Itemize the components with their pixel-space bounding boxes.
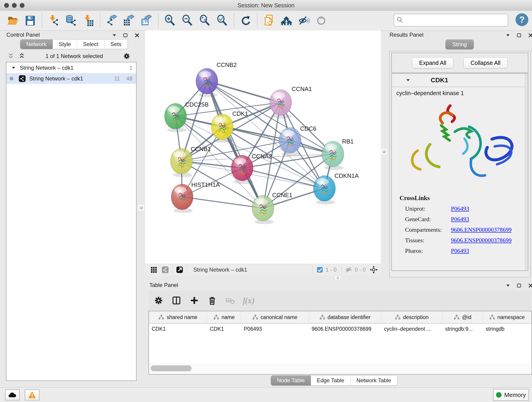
- network-node-CCNA1: CCNA1: [270, 85, 312, 115]
- network-row-selected[interactable]: String Network – cdk1 11 48: [6, 73, 136, 84]
- zoom-fit-icon[interactable]: [198, 14, 211, 27]
- left-splitter-handle[interactable]: [138, 204, 144, 211]
- table-panel-close-icon[interactable]: [527, 282, 532, 289]
- crosslink-row: Uniprot:P06493: [399, 205, 528, 212]
- show-all-icon[interactable]: [315, 14, 328, 27]
- table-cell[interactable]: 9606.ENSP00000378699: [309, 324, 381, 334]
- tree-expander-icon[interactable]: [11, 65, 17, 71]
- hidden-eye-icon[interactable]: [345, 266, 353, 274]
- control-panel-float-icon[interactable]: [122, 32, 129, 38]
- collapse-all-button[interactable]: Collapse All: [463, 57, 508, 68]
- table-cell[interactable]: cyclin–dependent ...: [381, 324, 443, 334]
- tab-string[interactable]: String: [445, 39, 474, 50]
- column-header--id[interactable]: @id: [443, 311, 483, 323]
- results-panel-menu-icon[interactable]: [505, 32, 511, 38]
- svg-text:HIST1H1A: HIST1H1A: [191, 181, 220, 188]
- table-panel-float-icon[interactable]: [516, 282, 522, 289]
- string-network-icon[interactable]: [161, 266, 169, 274]
- hide-selected-icon[interactable]: [298, 14, 310, 27]
- tab-select[interactable]: Select: [77, 39, 104, 49]
- grid-view-icon[interactable]: [150, 266, 158, 274]
- tab-network[interactable]: Network: [20, 39, 53, 49]
- fit-selected-crosshair-icon[interactable]: [370, 266, 378, 274]
- expand-all-icon[interactable]: [18, 52, 26, 60]
- zoom-selected-icon[interactable]: [216, 14, 229, 27]
- crosslink-row: GeneCard:P06493: [399, 216, 528, 223]
- table-cell[interactable]: CDK1: [149, 324, 207, 334]
- table-h-scrollbar[interactable]: [149, 364, 531, 373]
- export-network-icon[interactable]: [105, 14, 118, 27]
- table-cell[interactable]: stringdb:9...: [443, 324, 483, 334]
- cloud-button[interactable]: [5, 389, 20, 400]
- table-panel-menu-icon[interactable]: [505, 283, 511, 288]
- search-input[interactable]: [406, 17, 508, 24]
- network-collection-count: 1: [129, 65, 133, 71]
- first-neighbors-icon[interactable]: [280, 14, 293, 27]
- table-gear-icon[interactable]: [153, 295, 164, 306]
- import-database-icon[interactable]: [65, 14, 77, 27]
- results-panel-float-icon[interactable]: [516, 32, 522, 38]
- expand-all-button[interactable]: Expand All: [412, 57, 453, 68]
- warnings-button[interactable]: [25, 389, 39, 400]
- table-cell[interactable]: P06493: [241, 324, 309, 334]
- crosslink-link[interactable]: P06493: [451, 216, 469, 223]
- svg-text:CCNA1: CCNA1: [292, 85, 312, 92]
- tab-network-table[interactable]: Network Table: [351, 375, 398, 385]
- delete-table-icon[interactable]: [225, 295, 235, 306]
- crosslink-link[interactable]: 9606.ENSP00000378699: [451, 226, 512, 233]
- results-scrollbar[interactable]: [525, 74, 528, 270]
- import-table-icon[interactable]: [82, 14, 95, 27]
- bottom-splitter-handle[interactable]: [335, 276, 341, 280]
- tab-edge-table[interactable]: Edge Table: [311, 375, 351, 385]
- network-canvas[interactable]: CCNB2 CCNA1 CDC25B CDK1 CDC6 RB1: [145, 31, 381, 264]
- search-box[interactable]: [394, 14, 508, 27]
- detach-view-icon[interactable]: [176, 266, 184, 274]
- control-panel-menu-icon[interactable]: [111, 32, 117, 38]
- network-collection-row[interactable]: String Network – cdk1 1: [6, 62, 136, 73]
- export-table-icon[interactable]: [123, 14, 136, 27]
- table-h-scroll-thumb[interactable]: [151, 365, 191, 371]
- column-type-icon: [213, 314, 219, 320]
- table-toolbar: f(x): [148, 291, 531, 310]
- memory-status-dot: [496, 392, 501, 398]
- tab-style[interactable]: Style: [53, 39, 77, 49]
- entry-expander-icon[interactable]: [405, 77, 411, 83]
- tab-sets[interactable]: Sets: [104, 39, 128, 49]
- column-header-database-identifier[interactable]: database identifier: [309, 311, 381, 323]
- table-cell[interactable]: CDK1: [207, 324, 241, 334]
- column-header-canonical-name[interactable]: canonical name: [241, 311, 309, 323]
- column-header-namespace[interactable]: namespace: [483, 311, 531, 323]
- table-cell[interactable]: stringdb: [483, 324, 531, 334]
- duplicate-network-icon[interactable]: [263, 14, 275, 27]
- right-splitter-handle[interactable]: [381, 148, 387, 155]
- column-header-description[interactable]: description: [381, 311, 443, 323]
- crosslink-link[interactable]: 9606.ENSP00000378699: [451, 237, 512, 244]
- results-entry-header[interactable]: CDK1: [392, 74, 528, 87]
- control-panel-close-icon[interactable]: [134, 32, 140, 38]
- function-builder-icon[interactable]: f(x): [243, 296, 254, 305]
- results-panel-close-icon[interactable]: [527, 32, 532, 38]
- entry-description: cyclin–dependent kinase 1: [396, 90, 528, 96]
- network-view-toolbar: String Network – cdk1 1 - 0 0 - 0: [145, 264, 381, 275]
- selected-checkbox-icon[interactable]: [316, 266, 324, 274]
- help-button[interactable]: ?: [515, 13, 528, 26]
- column-header-shared-name[interactable]: shared name: [149, 311, 207, 323]
- zoom-out-icon[interactable]: [181, 14, 194, 27]
- memory-button[interactable]: Memory: [493, 389, 529, 401]
- show-columns-icon[interactable]: [171, 295, 181, 306]
- import-network-icon[interactable]: [47, 14, 60, 27]
- add-column-icon[interactable]: [189, 295, 199, 306]
- crosslink-link[interactable]: P06493: [451, 205, 469, 212]
- network-options-gear-icon[interactable]: [123, 52, 131, 60]
- column-header-name[interactable]: name: [207, 311, 241, 323]
- network-selected-status: 1 of 1 Network selected: [26, 53, 123, 59]
- tab-node-table[interactable]: Node Table: [271, 375, 311, 385]
- delete-column-icon[interactable]: [207, 295, 217, 306]
- refresh-icon[interactable]: [239, 14, 252, 27]
- open-session-icon[interactable]: [6, 14, 19, 27]
- save-session-icon[interactable]: [24, 14, 37, 27]
- zoom-in-icon[interactable]: [164, 14, 177, 27]
- collapse-all-icon[interactable]: [7, 52, 15, 60]
- export-image-icon[interactable]: [140, 14, 153, 27]
- crosslink-link[interactable]: P06493: [451, 248, 469, 254]
